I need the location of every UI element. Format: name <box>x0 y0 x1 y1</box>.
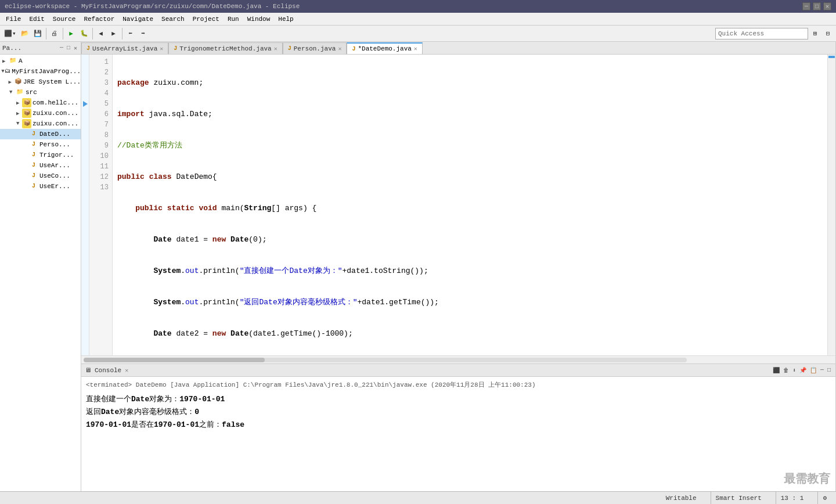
package-explorer-panel: Pa... ─ □ ✕ ▶ 📁 A ▼ 🗂 MyFirstJavaProg... <box>0 42 81 491</box>
tree-item-src[interactable]: ▼ 📁 src <box>0 87 81 98</box>
code-line-5: public static void main(String[] args) { <box>117 203 823 214</box>
code-content[interactable]: package zuixu.comn; import java.sql.Date… <box>113 55 827 355</box>
close-button[interactable]: ✕ <box>823 2 831 10</box>
tab-close-btn[interactable]: ✕ <box>414 45 417 52</box>
tab-icon: J <box>174 45 177 52</box>
console-copy-btn[interactable]: 📋 <box>809 367 818 374</box>
run-button[interactable]: ▶ <box>66 27 77 40</box>
main-layout: Pa... ─ □ ✕ ▶ 📁 A ▼ 🗂 MyFirstJavaProg... <box>0 42 836 491</box>
console-scroll-btn[interactable]: ⬇ <box>791 367 797 374</box>
console-bold-1: Date <box>131 395 149 404</box>
tab-usearraylist[interactable]: J UseArrayList.java ✕ <box>81 42 168 54</box>
line-num-12: 12 <box>89 172 112 182</box>
panel-maximize-btn[interactable]: □ <box>66 45 71 52</box>
menu-file[interactable]: File <box>2 15 24 24</box>
menu-edit[interactable]: Edit <box>26 15 48 24</box>
editor-hscrollbar[interactable] <box>81 355 835 363</box>
title-text: eclipse-workspace - MyFirstJavaProgram/s… <box>5 3 300 10</box>
tree-arrow: ▶ <box>2 58 8 64</box>
console-panel: 🖥 Console ✕ ⬛ 🗑 ⬇ 📌 📋 ─ □ < <box>81 364 835 491</box>
tab-bar: J UseArrayList.java ✕ J TrigonometricMet… <box>81 42 835 55</box>
menu-help[interactable]: Help <box>275 15 297 24</box>
extra-icon: ⚙ <box>823 494 827 502</box>
src-folder-icon: 📁 <box>15 88 24 97</box>
console-tab-x[interactable]: ✕ <box>125 367 128 374</box>
tab-close-btn[interactable]: ✕ <box>274 45 278 52</box>
tab-close-btn[interactable]: ✕ <box>338 45 341 52</box>
code-line-4: public class DateDemo{ <box>117 172 823 182</box>
tab-icon: J <box>288 45 291 52</box>
status-position: 13 : 1 <box>776 492 809 504</box>
line-num-3: 3 <box>89 78 112 88</box>
next-edit-button[interactable]: ➡ <box>138 27 149 40</box>
tree-item-a[interactable]: ▶ 📁 A <box>0 56 81 66</box>
package-icon: 📦 <box>22 109 31 118</box>
tree-item-zuixu1[interactable]: ▶ 📦 zuixu.con... <box>0 108 81 118</box>
tree-item-project[interactable]: ▼ 🗂 MyFirstJavaProg... <box>0 66 81 77</box>
menu-window[interactable]: Window <box>244 15 274 24</box>
title-bar: eclipse-workspace - MyFirstJavaProgram/s… <box>0 0 836 13</box>
code-editor: 1 2 3 4 5 6 7 8 9 10 11 12 13 package zu… <box>81 55 835 355</box>
tree-arrow: ▼ <box>16 121 22 127</box>
line-num-5: 5 <box>89 99 112 109</box>
tab-close-btn[interactable]: ✕ <box>160 45 163 52</box>
tree-item-useer[interactable]: J UseEr... <box>0 181 81 192</box>
prev-edit-button[interactable]: ⬅ <box>125 27 136 40</box>
menu-project[interactable]: Project <box>189 15 223 24</box>
panel-close-btn[interactable]: ✕ <box>73 45 78 52</box>
console-output: <terminated> DateDemo [Java Application]… <box>81 377 835 491</box>
overview-marker <box>828 56 835 58</box>
marker-9 <box>81 141 89 151</box>
save-button[interactable]: 💾 <box>32 27 44 40</box>
console-monitor-icon: 🖥 <box>85 366 91 374</box>
new-button[interactable]: ⬛▾ <box>2 27 18 40</box>
tree-item-jre[interactable]: ▶ 📦 JRE System L... <box>0 77 81 87</box>
debug-button[interactable]: 🐛 <box>78 27 90 40</box>
maximize-button[interactable]: □ <box>813 2 821 10</box>
tree-item-zuixu2[interactable]: ▼ 📦 zuixu.con... <box>0 118 81 129</box>
menu-run[interactable]: Run <box>224 15 243 24</box>
menu-navigate[interactable]: Navigate <box>119 15 157 24</box>
console-min-btn[interactable]: ─ <box>819 367 825 374</box>
tab-person[interactable]: J Person.java ✕ <box>283 42 347 54</box>
menu-search[interactable]: Search <box>158 15 188 24</box>
console-titlebar: 🖥 Console ✕ ⬛ 🗑 ⬇ 📌 📋 ─ □ <box>81 364 835 377</box>
line-num-10: 10 <box>89 151 112 161</box>
tree-item-trig[interactable]: J Trigor... <box>0 150 81 160</box>
line-num-4: 4 <box>89 88 112 99</box>
panel-minimize-btn[interactable]: ─ <box>59 45 64 52</box>
code-line-2: import java.sql.Date; <box>117 109 823 120</box>
tree-item-useco[interactable]: J UseCo... <box>0 171 81 181</box>
line-numbers: 1 2 3 4 5 6 7 8 9 10 11 12 13 <box>89 55 113 355</box>
position-label: 13 : 1 <box>781 495 804 502</box>
console-clear-btn[interactable]: 🗑 <box>782 367 790 374</box>
line-num-2: 2 <box>89 67 112 78</box>
status-bar: Writable Smart Insert 13 : 1 ⚙ <box>0 491 836 504</box>
right-overview-bar <box>827 55 835 355</box>
menu-source[interactable]: Source <box>49 15 80 24</box>
console-stop-btn[interactable]: ⬛ <box>772 367 781 374</box>
open-button[interactable]: 📂 <box>19 27 31 40</box>
console-line-1: 直接创建一个Date对象为：1970-01-01 <box>86 393 831 406</box>
layout-button[interactable]: ⊟ <box>822 27 834 40</box>
project-icon: 🗂 <box>5 67 10 76</box>
tree-item-datedemo[interactable]: J DateD... <box>0 129 81 139</box>
perspective-button[interactable]: ⊞ <box>809 27 821 40</box>
console-line-3: 1970-01-01是否在1970-01-01之前：false <box>86 419 831 431</box>
tab-trig[interactable]: J TrigonometricMethod.java ✕ <box>168 42 282 54</box>
tab-datedemo[interactable]: J *DateDemo.java ✕ <box>347 42 422 54</box>
menu-refactor[interactable]: Refactor <box>80 15 118 24</box>
editor-area: J UseArrayList.java ✕ J TrigonometricMet… <box>81 42 836 491</box>
minimize-button[interactable]: ─ <box>802 2 810 10</box>
code-line-3: //Date类常用方法 <box>117 141 823 151</box>
quick-access-input[interactable]: Quick Access <box>715 28 808 39</box>
forward-button[interactable]: ▶ <box>108 27 120 40</box>
print-button[interactable]: 🖨 <box>49 27 60 40</box>
tree-item-person[interactable]: J Perso... <box>0 139 81 150</box>
tab-label: *DateDemo.java <box>358 45 411 52</box>
tree-item-usear[interactable]: J UseAr... <box>0 160 81 171</box>
tree-item-com[interactable]: ▶ 📦 com.hellc... <box>0 98 81 108</box>
back-button[interactable]: ◀ <box>95 27 107 40</box>
console-pin-btn[interactable]: 📌 <box>798 367 808 374</box>
console-max-btn[interactable]: □ <box>826 367 832 374</box>
